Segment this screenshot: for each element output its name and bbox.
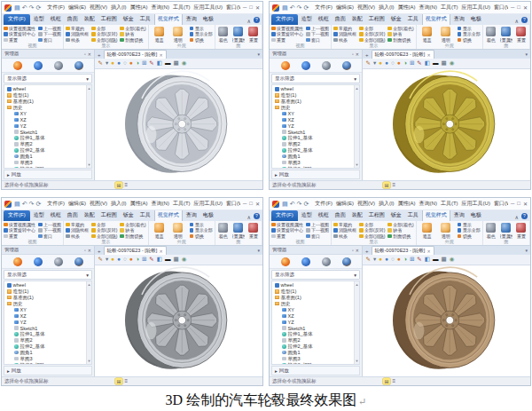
tree-item[interactable]: 拉伸1_基体 xyxy=(272,331,354,337)
ribbon-command[interactable]: 全部(着色) xyxy=(120,222,145,227)
ribbon-tab[interactable]: 工程图 xyxy=(98,14,120,25)
tab-overflow-icon[interactable]: ▾ xyxy=(256,248,261,255)
status-icon[interactable]: ≡ xyxy=(392,378,397,384)
ribbon-tab[interactable]: 造型 xyxy=(299,210,315,221)
tree-item[interactable]: 草图3 xyxy=(272,356,354,362)
quick-icon[interactable]: ▤ xyxy=(14,4,20,11)
ribbon-command[interactable]: 消隐线框 xyxy=(333,32,356,37)
manager-tab-icon[interactable] xyxy=(34,61,43,70)
scroll-down-icon[interactable]: ▼ xyxy=(88,162,91,167)
ribbon-command[interactable]: 设置旋转中心 xyxy=(271,228,303,233)
ribbon-tab[interactable]: 线框 xyxy=(316,210,332,221)
tree-item[interactable]: 草图3 xyxy=(4,356,86,362)
view-toolbar-icon[interactable]: ▦ xyxy=(173,257,179,264)
ribbon-tab[interactable]: 钣金 xyxy=(388,210,404,221)
ribbon-command[interactable]: 显示 xyxy=(458,222,481,227)
ribbon-command[interactable]: 切换 xyxy=(190,37,213,43)
view-toolbar-icon[interactable]: ◧ xyxy=(424,257,430,264)
ribbon-command[interactable]: 设置视图属性 xyxy=(4,222,35,227)
tree-item[interactable]: wheel xyxy=(4,282,86,288)
ribbon-tab[interactable]: 造型 xyxy=(31,14,47,25)
ribbon-command[interactable]: 常规的 xyxy=(333,222,356,227)
maximize-icon[interactable]: □ xyxy=(249,4,253,11)
ribbon-tab[interactable]: 曲面 xyxy=(332,14,348,25)
tree-item[interactable]: 造型(1) xyxy=(272,92,354,99)
tree-item[interactable]: XY xyxy=(4,307,86,313)
quick-icon[interactable]: ↶ xyxy=(290,4,295,11)
file-tab[interactable]: 文件(F) xyxy=(271,14,298,25)
view-toolbar-icon[interactable]: ● xyxy=(117,60,121,67)
ribbon-tab[interactable]: 电极 xyxy=(468,14,484,25)
ribbon-tab[interactable]: 线框 xyxy=(48,210,64,221)
ribbon-command[interactable]: 窗口 xyxy=(306,233,329,239)
tree-item[interactable]: XZ xyxy=(272,116,354,123)
view-toolbar-icon[interactable]: ▬ xyxy=(432,60,439,67)
ribbon-large-command[interactable]: 遮盖 xyxy=(419,222,436,239)
ribbon-tab[interactable]: 钣金 xyxy=(121,14,137,25)
ribbon-tab[interactable]: 造型 xyxy=(299,14,315,25)
status-icon[interactable]: ⊞ xyxy=(383,378,389,384)
ribbon-command[interactable]: 下一视图 xyxy=(306,228,329,233)
pin-icon[interactable]: ▫ xyxy=(84,248,86,253)
close-panel-icon[interactable]: ✕ xyxy=(356,51,359,57)
menu-item[interactable]: 查询(N) xyxy=(152,200,169,208)
ribbon-command[interactable]: 窗口 xyxy=(38,233,61,239)
document-tab[interactable]: 轮毂-00970E23 - [轮毂] ✕ xyxy=(104,246,167,255)
ribbon-command[interactable]: 上一视图 xyxy=(38,222,61,227)
ribbon-tab[interactable]: 钣金 xyxy=(121,210,137,221)
menu-item[interactable]: 编辑(E) xyxy=(336,200,354,208)
ribbon-command[interactable]: 显示全部 xyxy=(190,32,213,37)
help-icon[interactable]: ? xyxy=(521,17,528,23)
ribbon-command[interactable]: 缺省 xyxy=(387,228,413,233)
pin-icon[interactable]: ▫ xyxy=(352,51,354,57)
menu-item[interactable]: 工具(T) xyxy=(441,4,458,12)
ribbon-command[interactable]: 下一视图 xyxy=(306,32,329,37)
menu-item[interactable]: 查询(N) xyxy=(419,4,437,12)
tree-item[interactable]: YZ xyxy=(4,319,86,325)
ribbon-command[interactable]: 线条 xyxy=(333,37,356,43)
close-tab-icon[interactable]: ✕ xyxy=(159,249,162,254)
tree-item[interactable]: 拉伸2_基体 xyxy=(4,344,86,350)
view-toolbar-icon[interactable]: ◑ xyxy=(135,257,139,264)
ribbon-command[interactable]: 重置 xyxy=(271,37,303,43)
view-toolbar-icon[interactable]: ✎ xyxy=(98,60,103,67)
tree-scrollbar[interactable]: ▲ ▼ xyxy=(354,281,359,364)
ribbon-tab[interactable]: 视觉样式 xyxy=(422,14,450,25)
tree-scrollbar[interactable]: ▲ ▼ xyxy=(354,85,359,168)
tree-item[interactable]: 基准面(1) xyxy=(272,295,354,301)
tree-item[interactable]: 草图3 xyxy=(4,160,86,166)
manager-tab-icon[interactable] xyxy=(322,61,331,70)
ribbon-tab[interactable]: 电极 xyxy=(200,210,216,221)
view-toolbar-icon[interactable]: ◧ xyxy=(156,60,162,67)
file-tab[interactable]: 文件(F) xyxy=(271,210,298,221)
ribbon-command[interactable]: 缺省 xyxy=(387,32,413,37)
help-icon[interactable]: ? xyxy=(254,17,260,23)
ribbon-command[interactable]: 缺省 xyxy=(120,32,145,37)
manager-tab-icon[interactable] xyxy=(281,257,290,266)
playback-section[interactable]: ▸ 回放 xyxy=(271,366,360,375)
quick-icon[interactable]: ⟳ xyxy=(35,201,41,207)
quick-icon[interactable]: ▤ xyxy=(14,201,20,207)
manager-tab-icon[interactable] xyxy=(342,257,351,266)
view-toolbar-icon[interactable]: ● xyxy=(379,257,383,264)
menu-item[interactable]: 编辑(E) xyxy=(68,4,86,12)
tree-item[interactable]: 拉伸3_切除 xyxy=(272,166,354,168)
ribbon-tab[interactable]: 工具 xyxy=(137,210,153,221)
view-toolbar-icon[interactable]: ✎ xyxy=(417,60,422,67)
menu-item[interactable]: 属性(A) xyxy=(130,4,148,12)
scroll-down-icon[interactable]: ▼ xyxy=(356,162,359,167)
tab-overflow-icon[interactable]: ▾ xyxy=(524,51,528,59)
ribbon-large-command[interactable]: 遮盖 xyxy=(419,26,436,43)
view-toolbar-icon[interactable]: ⊞ xyxy=(141,257,146,264)
menu-item[interactable]: 插入(I) xyxy=(111,4,127,12)
quick-icon[interactable]: ↷ xyxy=(29,4,35,11)
tree-item[interactable]: wheel xyxy=(272,282,354,288)
help-icon[interactable]: ? xyxy=(254,213,260,219)
new-tab-icon[interactable]: + xyxy=(364,249,370,255)
ribbon-command[interactable]: 全部 xyxy=(359,222,385,227)
ribbon-large-command[interactable]: 透明 xyxy=(169,222,187,239)
ribbon-tab[interactable]: 工具 xyxy=(405,210,421,221)
menu-item[interactable]: 文件(F) xyxy=(47,4,65,12)
tree-item[interactable]: XZ xyxy=(4,116,86,123)
tab-overflow-icon[interactable]: ▾ xyxy=(256,51,261,59)
